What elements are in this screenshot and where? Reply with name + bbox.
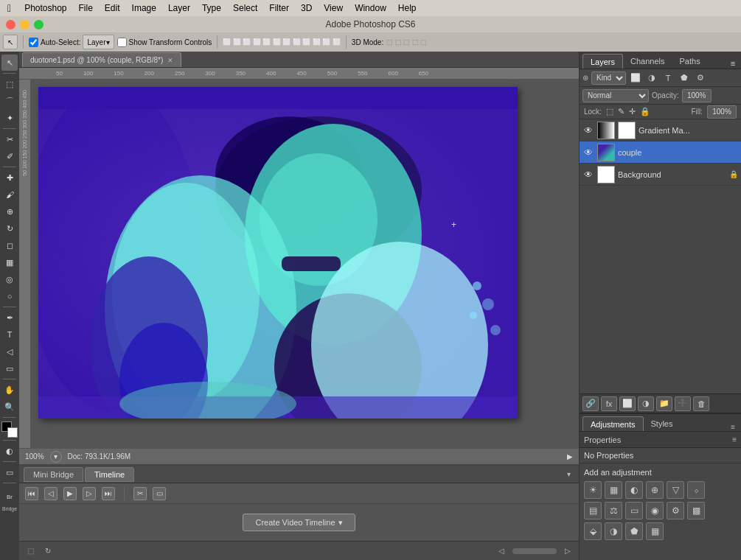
transport-play[interactable]: ▶ [63,487,77,500]
levels-icon[interactable]: ▦ [605,481,622,499]
menu-filter[interactable]: Filter [263,3,295,13]
lock-pixels-icon[interactable]: ⬚ [606,107,613,116]
menu-layer[interactable]: Layer [162,3,196,13]
black-white-icon[interactable]: ⚖ [605,502,622,519]
auto-select-dropdown[interactable]: Layer ▾ [83,35,114,49]
blend-mode-dropdown[interactable]: Normal [582,89,649,102]
close-tab-icon[interactable]: ✕ [167,57,173,64]
shape-filter-icon[interactable]: ⬟ [678,71,691,85]
new-layer-button[interactable]: ➕ [675,396,691,411]
invert-icon[interactable]: ▩ [687,502,705,519]
strip-btn-2[interactable]: ↻ [41,545,55,558]
properties-tab-label[interactable]: Properties [584,435,621,444]
exposure-icon[interactable]: ⊕ [646,481,664,499]
gradient-map-icon[interactable]: ▦ [646,522,664,540]
panel-collapse-button[interactable]: ▾ [563,469,574,480]
menu-photoshop[interactable]: Photoshop [18,3,72,13]
lock-all-icon[interactable]: 🔒 [640,107,650,116]
menu-view[interactable]: View [318,3,349,13]
layer-item[interactable]: 👁 Gradient Ma... [580,119,741,141]
foreground-background-colors[interactable] [1,421,18,438]
tool-dodge[interactable]: ○ [1,288,18,304]
bridge-button[interactable]: Br [1,489,18,505]
show-transform-checkbox[interactable] [117,38,127,47]
create-timeline-dropdown-icon[interactable]: ▾ [338,518,343,528]
tool-eraser[interactable]: ◻ [1,237,18,253]
fill-input[interactable] [707,105,737,119]
properties-options-icon[interactable]: ≡ [732,435,737,444]
expand-canvas-button[interactable]: ▶ [567,452,573,461]
menu-select[interactable]: Select [227,3,263,13]
tool-healing[interactable]: ✚ [1,169,18,186]
add-mask-button[interactable]: ⬜ [619,396,636,411]
maximize-button[interactable] [34,20,44,29]
photo-filter-icon[interactable]: ▭ [625,502,643,519]
layer-visibility-toggle[interactable]: 👁 [582,169,594,181]
transport-prev[interactable]: ◁ [44,487,58,500]
panel-menu-icon[interactable]: ≡ [728,58,738,69]
close-button[interactable] [6,20,15,29]
menu-window[interactable]: Window [349,3,392,13]
tab-mini-bridge[interactable]: Mini Bridge [24,467,83,482]
panel-options-icon[interactable]: ≡ [728,423,738,431]
tool-zoom[interactable]: 🔍 [1,399,18,415]
lock-move-icon[interactable]: ✛ [629,107,636,116]
strip-scroll-right[interactable]: ▷ [561,545,574,558]
apple-menu[interactable]:  [0,2,18,14]
create-video-timeline-button[interactable]: Create Video Timeline ▾ [243,514,355,531]
transition-button[interactable]: ▭ [153,487,166,500]
color-balance-icon[interactable]: ▤ [584,502,602,519]
menu-image[interactable]: Image [126,3,162,13]
new-adjustment-button[interactable]: ◑ [638,396,654,411]
adjustment-filter-icon[interactable]: ◑ [645,71,658,85]
layer-visibility-toggle[interactable]: 👁 [582,125,594,136]
layer-visibility-toggle[interactable]: 👁 [582,147,594,158]
tool-hand[interactable]: ✋ [1,382,18,398]
transport-next[interactable]: ▷ [83,487,96,500]
layer-item[interactable]: 👁 Background 🔒 [580,164,741,186]
tool-move[interactable]: ↖ [1,55,18,71]
tool-history[interactable]: ↻ [1,220,18,237]
tool-clone[interactable]: ⊕ [1,203,18,220]
menu-edit[interactable]: Edit [99,3,126,13]
brightness-contrast-icon[interactable]: ☀ [584,481,602,499]
vibrance-icon[interactable]: ▽ [667,481,684,499]
threshold-icon[interactable]: ◑ [605,522,622,540]
lock-paint-icon[interactable]: ✎ [618,107,625,116]
timeline-scrollbar[interactable] [512,548,557,554]
tool-brush[interactable]: 🖌 [1,186,18,203]
move-tool-options[interactable]: ↖ [3,35,18,49]
layer-kind-dropdown[interactable]: Kind [591,71,626,85]
link-layers-button[interactable]: 🔗 [582,396,599,411]
tab-styles[interactable]: Styles [644,416,681,431]
tab-paths[interactable]: Paths [672,54,708,69]
tool-lasso[interactable]: ⌒ [1,93,18,109]
tab-adjustments[interactable]: Adjustments [582,416,644,431]
new-group-button[interactable]: 📁 [656,396,672,411]
minimize-button[interactable] [20,20,29,29]
tool-screen-mode[interactable]: ▭ [1,464,18,480]
color-lookup-icon[interactable]: ⚙ [667,502,684,519]
selective-color-icon[interactable]: ⬟ [625,522,643,540]
strip-btn-1[interactable]: ⬚ [24,545,37,558]
opacity-input[interactable] [682,89,712,102]
tool-quick-mask[interactable]: ◐ [1,443,18,459]
tab-channels[interactable]: Channels [623,54,672,69]
channel-mixer-icon[interactable]: ◉ [646,502,664,519]
pixel-filter-icon[interactable]: ⬜ [629,71,642,85]
tool-type[interactable]: T [1,326,18,343]
tab-timeline[interactable]: Timeline [85,467,134,482]
auto-select-checkbox[interactable] [29,38,38,47]
transport-first[interactable]: ⏮ [25,487,38,500]
menu-file[interactable]: File [73,3,99,13]
hue-saturation-icon[interactable]: ⬦ [687,481,705,499]
canvas-document[interactable]: + [31,80,579,448]
transport-last[interactable]: ⏭ [102,487,115,500]
tool-eyedropper[interactable]: ✐ [1,148,18,164]
delete-layer-button[interactable]: 🗑 [693,396,709,411]
tool-shape[interactable]: ▭ [1,360,18,377]
zoom-menu-button[interactable]: ▾ [50,451,62,463]
layer-effects-button[interactable]: fx [601,396,617,411]
menu-3d[interactable]: 3D [295,3,318,13]
cut-button[interactable]: ✂ [133,487,147,500]
